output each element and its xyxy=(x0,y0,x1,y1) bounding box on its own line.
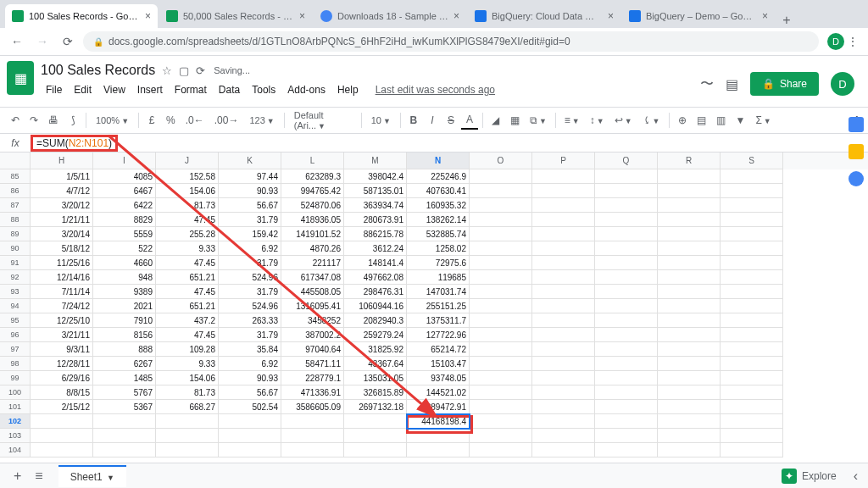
rotate-button[interactable]: ⤹▼ xyxy=(638,112,665,129)
cell[interactable]: 437.2 xyxy=(156,313,219,328)
text-color-button[interactable]: A xyxy=(461,111,478,130)
cell[interactable] xyxy=(93,414,156,429)
menu-edit[interactable]: Edit xyxy=(69,81,97,98)
cell[interactable]: 8156 xyxy=(93,328,156,342)
cell[interactable]: 888 xyxy=(93,342,156,357)
cell[interactable]: 3612.24 xyxy=(344,241,407,256)
halign-button[interactable]: ≡▼ xyxy=(560,112,584,129)
cell[interactable]: 651.21 xyxy=(156,299,219,313)
cell[interactable] xyxy=(281,443,344,458)
cell[interactable]: 7/24/12 xyxy=(31,299,93,313)
cell[interactable]: 418936.05 xyxy=(281,213,344,227)
dec-increase-button[interactable]: .00→ xyxy=(210,112,243,129)
cell[interactable] xyxy=(31,429,93,443)
move-icon[interactable]: ▢ xyxy=(179,64,189,77)
sheet-tab[interactable]: Sheet1 ▼ xyxy=(58,465,126,487)
row-header[interactable]: 94 xyxy=(0,299,31,313)
all-sheets-button[interactable]: ≡ xyxy=(28,465,49,487)
cell[interactable]: 44168198.4 xyxy=(407,414,470,429)
cell[interactable]: 1060944.16 xyxy=(344,299,407,313)
cell[interactable]: 8829 xyxy=(93,213,156,227)
cell[interactable] xyxy=(219,414,281,429)
chart-button[interactable]: ▥ xyxy=(712,112,730,129)
cell[interactable] xyxy=(532,169,595,184)
cell[interactable] xyxy=(595,443,658,458)
cell[interactable] xyxy=(219,443,281,458)
cell[interactable]: 90.93 xyxy=(219,184,281,198)
cell[interactable] xyxy=(219,429,281,443)
cell[interactable]: 31.79 xyxy=(219,285,281,299)
row-header[interactable]: 98 xyxy=(0,357,31,371)
currency-button[interactable]: £ xyxy=(143,112,160,129)
cell[interactable] xyxy=(658,256,721,270)
print-button[interactable]: 🖶 xyxy=(44,112,63,129)
cell[interactable]: 886215.78 xyxy=(344,227,407,241)
sheets-logo[interactable]: ▦ xyxy=(7,61,34,95)
column-header-I[interactable]: I xyxy=(93,152,156,169)
cell[interactable] xyxy=(721,285,783,299)
account-avatar[interactable]: D xyxy=(831,72,854,96)
cell[interactable]: 6467 xyxy=(93,184,156,198)
row-header[interactable]: 89 xyxy=(0,227,31,241)
column-header-Q[interactable]: Q xyxy=(595,152,658,169)
cell[interactable] xyxy=(532,400,595,414)
cell[interactable] xyxy=(532,285,595,299)
borders-button[interactable]: ▦ xyxy=(506,112,524,129)
cell[interactable]: 6422 xyxy=(93,198,156,213)
cell[interactable] xyxy=(721,400,783,414)
cell[interactable] xyxy=(344,414,407,429)
cell[interactable] xyxy=(532,443,595,458)
document-title[interactable]: 100 Sales Records xyxy=(41,63,155,78)
cell[interactable]: 1/5/11 xyxy=(31,169,93,184)
browser-tab-5[interactable]: BigQuery – Demo – Google Cl× xyxy=(622,4,775,28)
cell[interactable]: 56.67 xyxy=(219,385,281,400)
cell[interactable]: 263.33 xyxy=(219,313,281,328)
cell[interactable] xyxy=(532,429,595,443)
cell[interactable]: 97.44 xyxy=(219,169,281,184)
cell[interactable]: 31.79 xyxy=(219,256,281,270)
calendar-icon[interactable] xyxy=(849,117,864,132)
cell[interactable] xyxy=(407,443,470,458)
cell[interactable]: 522 xyxy=(93,241,156,256)
cell[interactable]: 5367 xyxy=(93,400,156,414)
cell[interactable]: 97040.64 xyxy=(281,342,344,357)
cell[interactable]: 524870.06 xyxy=(281,198,344,213)
undo-button[interactable]: ↶ xyxy=(7,112,24,129)
format-more-button[interactable]: 123▼ xyxy=(244,115,279,125)
cell[interactable]: 4870.26 xyxy=(281,241,344,256)
cell[interactable]: 119685 xyxy=(407,270,470,285)
formula-input[interactable]: =SUM(N2:N101) xyxy=(31,135,118,152)
row-header[interactable]: 104 xyxy=(0,443,31,458)
cell[interactable] xyxy=(721,169,783,184)
cell[interactable]: 524.96 xyxy=(219,270,281,285)
cell[interactable] xyxy=(658,241,721,256)
cell[interactable]: 407630.41 xyxy=(407,184,470,198)
percent-button[interactable]: % xyxy=(162,112,180,129)
cell[interactable]: 1258.02 xyxy=(407,241,470,256)
menu-help[interactable]: Help xyxy=(332,81,364,98)
row-header[interactable]: 102 xyxy=(0,414,31,429)
cell[interactable]: 445508.05 xyxy=(281,285,344,299)
keep-icon[interactable] xyxy=(849,144,864,159)
cell[interactable] xyxy=(532,270,595,285)
cell[interactable]: 363934.74 xyxy=(344,198,407,213)
cell[interactable] xyxy=(658,285,721,299)
cell[interactable] xyxy=(470,313,532,328)
cell[interactable] xyxy=(532,371,595,385)
cell[interactable] xyxy=(156,414,219,429)
expand-icon[interactable]: ‹ xyxy=(854,469,858,484)
cell[interactable]: 387002.2 xyxy=(281,328,344,342)
cell[interactable]: 668.27 xyxy=(156,400,219,414)
cell[interactable] xyxy=(156,443,219,458)
cell[interactable]: 497662.08 xyxy=(344,270,407,285)
column-header-J[interactable]: J xyxy=(156,152,219,169)
cell[interactable]: 3458252 xyxy=(281,313,344,328)
cell[interactable]: 7/11/14 xyxy=(31,285,93,299)
column-header-P[interactable]: P xyxy=(532,152,595,169)
cell[interactable] xyxy=(470,213,532,227)
cell[interactable] xyxy=(470,443,532,458)
cell[interactable] xyxy=(658,213,721,227)
cell[interactable]: 159.42 xyxy=(219,227,281,241)
cell[interactable]: 8/8/15 xyxy=(31,385,93,400)
cell[interactable] xyxy=(470,371,532,385)
